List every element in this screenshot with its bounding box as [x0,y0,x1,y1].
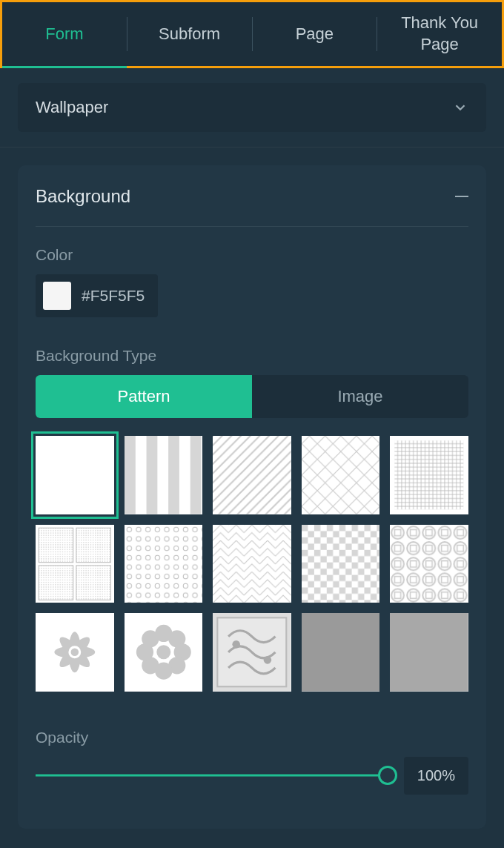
svg-rect-18 [76,566,110,600]
color-value: #F5F5F5 [82,287,145,305]
svg-point-48 [156,646,170,660]
opacity-value[interactable]: 100% [404,757,468,795]
background-type-toggle: Pattern Image [36,375,468,418]
svg-rect-2 [125,436,136,514]
divider [0,147,504,148]
svg-rect-5 [190,436,201,514]
slider-thumb[interactable] [378,766,397,785]
color-swatch [43,282,71,310]
pattern-herringbone[interactable] [213,525,291,603]
svg-rect-4 [168,436,179,514]
tabs-container: Form Subform Page Thank You Page [0,0,504,68]
opacity-control: 100% [36,757,468,795]
tab-form[interactable]: Form [2,2,127,66]
color-label: Color [36,246,468,264]
pattern-flower-round[interactable] [125,613,203,692]
background-panel: Background Color #F5F5F5 Background Type… [18,165,486,829]
pattern-diamond-lattice[interactable] [302,436,380,514]
pattern-rings[interactable] [390,525,468,603]
svg-rect-7 [213,436,291,514]
svg-rect-0 [36,436,114,514]
panel-title: Background [36,186,130,207]
pattern-stripes-vertical[interactable] [125,436,203,514]
svg-rect-16 [76,528,110,562]
pattern-texture-dark[interactable] [302,613,380,692]
svg-point-47 [142,630,159,647]
slider-track [36,775,388,777]
pattern-checker[interactable] [302,525,380,603]
panel-header: Background [36,186,468,227]
pattern-grid-quad[interactable] [36,525,114,603]
svg-rect-15 [39,528,73,562]
svg-rect-23 [213,525,291,603]
svg-rect-31 [390,525,468,603]
pattern-grid [36,436,468,692]
pattern-texture-gray[interactable] [390,613,468,692]
svg-rect-9 [302,436,380,514]
svg-rect-27 [302,525,380,603]
opacity-slider[interactable] [36,766,388,785]
svg-rect-12 [395,440,464,509]
color-picker[interactable]: #F5F5F5 [36,274,158,317]
chevron-down-icon [452,99,468,116]
svg-point-51 [233,640,241,649]
svg-rect-17 [39,566,73,600]
tab-subform[interactable]: Subform [127,2,252,66]
pattern-solid[interactable] [36,436,114,514]
pattern-diagonal-lines[interactable] [213,436,291,514]
wallpaper-dropdown[interactable]: Wallpaper [18,83,486,132]
pattern-dots-circles[interactable] [125,525,203,603]
dropdown-label: Wallpaper [36,98,108,117]
bg-type-image-button[interactable]: Image [252,375,468,418]
collapse-icon[interactable] [455,196,468,197]
bg-type-pattern-button[interactable]: Pattern [36,375,252,418]
svg-point-38 [71,649,79,657]
pattern-ornate[interactable] [213,613,291,692]
svg-rect-53 [302,613,380,692]
tab-thank-you-page[interactable]: Thank You Page [377,2,502,66]
svg-rect-3 [146,436,157,514]
opacity-label: Opacity [36,729,468,746]
svg-rect-21 [125,525,203,603]
background-type-label: Background Type [36,347,468,365]
tab-page[interactable]: Page [253,2,377,66]
svg-point-52 [264,656,272,664]
pattern-flower-sharp[interactable] [36,613,114,692]
svg-rect-54 [390,613,468,692]
pattern-grid-small[interactable] [390,436,468,514]
